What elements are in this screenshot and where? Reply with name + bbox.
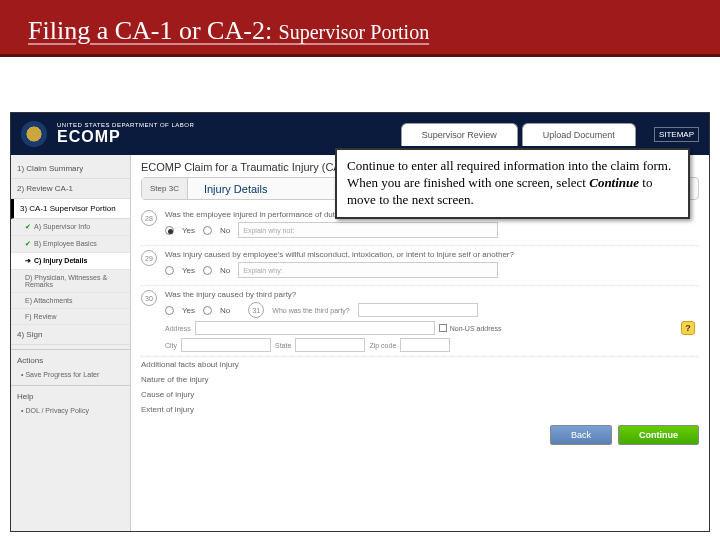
sidebar-help-header: Help [11, 385, 130, 404]
extent-injury-label: Extent of injury [141, 405, 194, 414]
brand-block: UNITED STATES DEPARTMENT OF LABOR ECOMP [57, 122, 194, 146]
zip-label: Zip code [369, 342, 396, 349]
dol-seal-icon [21, 121, 47, 147]
qnum-31: 31 [248, 302, 264, 318]
state-input[interactable] [295, 338, 365, 352]
sidebar-supervisor-portion[interactable]: 3) CA-1 Supervisor Portion [11, 199, 130, 219]
city-label: City [165, 342, 177, 349]
third-party-input[interactable] [358, 303, 478, 317]
continue-button[interactable]: Continue [618, 425, 699, 445]
button-row: Back Continue [141, 417, 699, 445]
bottom-fields: Additional facts about injury Nature of … [141, 357, 699, 417]
q29-no-radio[interactable] [203, 266, 212, 275]
city-input[interactable] [181, 338, 271, 352]
sidebar-sub-employee-basics[interactable]: ✔B) Employee Basics [11, 236, 130, 253]
q28-yes-radio[interactable] [165, 226, 174, 235]
additional-facts-label: Additional facts about injury [141, 360, 239, 369]
title-sub: Supervisor Portion [279, 21, 430, 43]
title-main: Filing a CA-1 or CA-2: [28, 16, 272, 45]
addr-label: Address [165, 325, 191, 332]
q28-no-radio[interactable] [203, 226, 212, 235]
slide-title: Filing a CA-1 or CA-2: Supervisor Portio… [28, 16, 692, 46]
sitemap-link[interactable]: SITEMAP [654, 127, 699, 142]
ecomp-label: ECOMP [57, 128, 194, 146]
check-icon: ✔ [25, 240, 31, 247]
nature-injury-label: Nature of the injury [141, 375, 209, 384]
sidebar-review-ca1[interactable]: 2) Review CA-1 [11, 179, 130, 199]
qnum-28: 28 [141, 210, 157, 226]
slide-header: Filing a CA-1 or CA-2: Supervisor Portio… [0, 0, 720, 57]
sidebar-sub-injury-details[interactable]: ➔C) Injury Details [11, 253, 130, 270]
address-input[interactable] [195, 321, 435, 335]
q31-label: Who was the third party? [272, 307, 349, 314]
check-icon: ✔ [25, 223, 31, 230]
sidebar: 1) Claim Summary 2) Review CA-1 3) CA-1 … [11, 155, 131, 531]
arrow-right-icon: ➔ [25, 257, 31, 264]
cause-injury-label: Cause of injury [141, 390, 194, 399]
section-title: Injury Details [198, 179, 274, 199]
q30-text: Was the injury caused by third party? [165, 290, 699, 299]
question-30: 30 Was the injury caused by third party?… [141, 286, 699, 357]
instruction-callout: Continue to enter all required informati… [335, 148, 690, 219]
qnum-29: 29 [141, 250, 157, 266]
sidebar-actions-header: Actions [11, 349, 130, 368]
zip-input[interactable] [400, 338, 450, 352]
callout-emphasis: Continue [589, 175, 639, 190]
sidebar-sub-attachments[interactable]: E) Attachments [11, 293, 130, 309]
state-label: State [275, 342, 291, 349]
sidebar-claim-summary[interactable]: 1) Claim Summary [11, 159, 130, 179]
q30-yes-radio[interactable] [165, 306, 174, 315]
sidebar-sub-review[interactable]: F) Review [11, 309, 130, 325]
tab-upload-document[interactable]: Upload Document [522, 123, 636, 146]
sidebar-sub-physician[interactable]: D) Physician, Witnesses & Remarks [11, 270, 130, 293]
sidebar-sub-supervisor-info[interactable]: ✔A) Supervisor Info [11, 219, 130, 236]
question-29: 29 Was injury caused by employee's willf… [141, 246, 699, 286]
qnum-30: 30 [141, 290, 157, 306]
checkbox-icon [439, 324, 447, 332]
non-us-check[interactable]: Non-US address [439, 324, 502, 332]
q30-no-radio[interactable] [203, 306, 212, 315]
sidebar-sign[interactable]: 4) Sign [11, 325, 130, 345]
tab-supervisor-review[interactable]: Supervisor Review [401, 123, 518, 146]
sidebar-privacy-link[interactable]: • DOL / Privacy Policy [11, 404, 130, 417]
q29-yes-radio[interactable] [165, 266, 174, 275]
q29-text: Was injury caused by employee's willful … [165, 250, 699, 259]
back-button[interactable]: Back [550, 425, 612, 445]
q28-explain-input[interactable]: Explain why not: [238, 222, 498, 238]
top-tabs: Supervisor Review Upload Document [401, 123, 636, 146]
sidebar-save-progress[interactable]: • Save Progress for Later [11, 368, 130, 381]
q29-explain-input[interactable]: Explain why: [238, 262, 498, 278]
help-icon[interactable]: ? [681, 321, 695, 335]
step-indicator: Step 3C [142, 178, 188, 199]
